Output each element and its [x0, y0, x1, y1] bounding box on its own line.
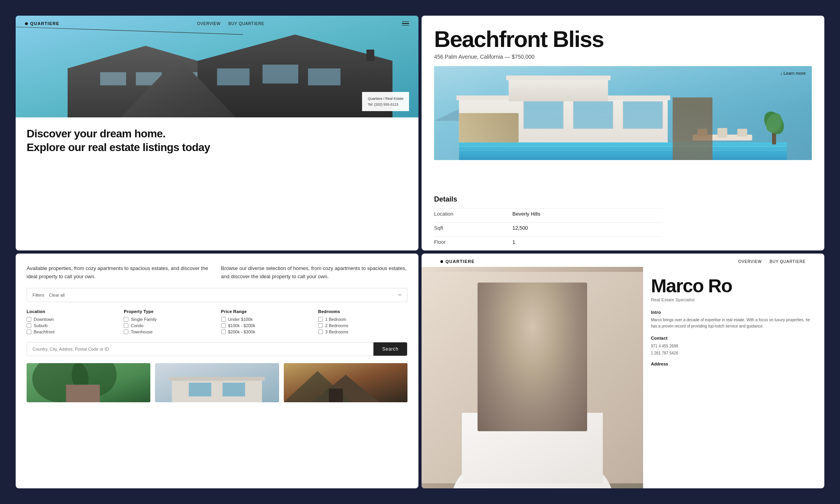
location-options: Downtown Suburb Beachfront [27, 317, 116, 334]
description-left: Available properties, from cozy apartmen… [27, 265, 213, 281]
logo4-dot [440, 260, 443, 263]
price-range-filter: Price Range Under $100k $100k - $200k $2… [221, 309, 310, 336]
search-bar: Search [27, 342, 407, 356]
details-section: Details Location Beverly Hills Sqft 12,5… [434, 189, 812, 250]
phone2: 1 281 787 5426 [651, 350, 817, 357]
villa-illustration [434, 66, 812, 160]
panel-quartiere-home: QUARTIERE OVERVIEW BUY QUARTIERE [16, 16, 418, 250]
option-under-100k[interactable]: Under $100k [221, 317, 310, 322]
address-card-line1: Quartiere / Real Estate [368, 96, 404, 101]
agent-info: Marco Ro Real Estate Specialist Intro Ma… [643, 267, 824, 488]
svg-rect-19 [524, 101, 564, 129]
thumbnail-2[interactable] [155, 363, 279, 402]
property-thumbnails [27, 363, 407, 481]
property-title: Beachfront Bliss [434, 27, 812, 51]
label-location: Location [434, 208, 512, 219]
svg-rect-25 [692, 135, 752, 140]
option-townhouse[interactable]: Townhouse [124, 329, 213, 334]
nav-links: OVERVIEW BUY QUARTIERE [197, 22, 264, 26]
bedrooms-filter: Bedrooms 1 Bedroom 2 Bedrooms 3 Bedrooms [318, 309, 407, 336]
option-beachfront[interactable]: Beachfront [27, 329, 116, 334]
panel-property-search: Available properties, from cozy apartmen… [16, 254, 418, 488]
property-image [434, 66, 812, 160]
svg-rect-11 [434, 66, 812, 160]
agent-title: Real Estate Specialist [651, 297, 817, 302]
price-range-options: Under $100k $100k - $200k $200k - $300k [221, 317, 310, 334]
svg-rect-38 [172, 379, 262, 402]
option-downtown[interactable]: Downtown [27, 317, 116, 322]
svg-rect-27 [717, 128, 727, 138]
nav-overview[interactable]: OVERVIEW [197, 22, 220, 26]
svg-rect-10 [366, 50, 374, 61]
property-type-title: Property Type [124, 309, 213, 314]
description-right: Browse our diverse selection of homes, f… [221, 265, 408, 281]
agent-photo [422, 267, 643, 488]
contact-label: Contact [651, 336, 817, 340]
svg-point-52 [490, 332, 510, 383]
svg-point-31 [764, 112, 784, 134]
filters-label[interactable]: Filters [32, 293, 44, 297]
svg-rect-22 [459, 142, 787, 160]
bedrooms-title: Bedrooms [318, 309, 407, 314]
agent-portrait [422, 267, 643, 488]
svg-rect-40 [189, 383, 212, 396]
svg-point-51 [495, 312, 570, 363]
svg-point-57 [515, 393, 545, 413]
value-location: Beverly Hills [512, 208, 662, 219]
intro-label: Intro [651, 310, 817, 315]
svg-rect-3 [100, 72, 126, 85]
thumbnail-3[interactable] [284, 363, 407, 402]
details-title: Details [434, 195, 812, 203]
hero-content: Discover your dream home. Explore our re… [16, 117, 418, 250]
agent-content: Marco Ro Real Estate Specialist Intro Ma… [422, 264, 824, 488]
option-single-family[interactable]: Single Family [124, 317, 213, 322]
search-button[interactable]: Search [373, 342, 407, 356]
option-100k-200k[interactable]: $100k - $200k [221, 323, 310, 328]
option-1-bedroom[interactable]: 1 Bedroom [318, 317, 407, 322]
svg-rect-18 [459, 113, 518, 160]
label-sqft: Sqft [434, 222, 512, 233]
property-type-filter: Property Type Single Family Condo Townho… [124, 309, 213, 336]
address-card: Quartiere / Real Estate Tel: (202) 555-0… [362, 92, 409, 111]
option-3-bedrooms[interactable]: 3 Bedrooms [318, 329, 407, 334]
svg-rect-54 [495, 337, 570, 357]
thumbnail-1[interactable] [27, 363, 150, 402]
svg-rect-45 [329, 389, 343, 402]
filters-bar[interactable]: Filters Clear all − [27, 288, 407, 302]
svg-rect-16 [508, 78, 608, 101]
svg-rect-32 [672, 97, 712, 160]
option-condo[interactable]: Condo [124, 323, 213, 328]
phone1: 971 4 455 2698 [651, 343, 817, 350]
svg-rect-36 [66, 385, 100, 402]
filter-categories: Location Downtown Suburb Beachfront Prop… [27, 309, 407, 336]
address-label: Address [651, 362, 817, 366]
hero-line2: Explore our real estate listings today [27, 141, 210, 153]
svg-rect-41 [223, 383, 245, 396]
nav4-overview[interactable]: OVERVIEW [738, 259, 762, 264]
nav4-links: OVERVIEW BUY QUARTIERE [738, 259, 806, 264]
bedrooms-options: 1 Bedroom 2 Bedrooms 3 Bedrooms [318, 317, 407, 334]
svg-point-56 [541, 369, 550, 376]
svg-point-50 [495, 327, 570, 418]
clear-all-link[interactable]: Clear all [49, 293, 65, 297]
learn-more-button[interactable]: ↓ Learn more [780, 71, 806, 76]
location-title: Location [27, 309, 116, 314]
property-type-options: Single Family Condo Townhouse [124, 317, 213, 334]
agent-name: Marco Ro [651, 276, 817, 296]
nav-buy[interactable]: BUY QUARTIERE [229, 22, 265, 26]
svg-point-53 [555, 332, 575, 383]
collapse-icon[interactable]: − [398, 292, 402, 299]
details-grid: Location Beverly Hills Sqft 12,500 Floor… [434, 208, 812, 247]
svg-rect-28 [737, 129, 747, 137]
hamburger-menu[interactable] [402, 22, 409, 26]
option-200k-300k[interactable]: $200k - $300k [221, 329, 310, 334]
nav4-buy[interactable]: BUY QUARTIERE [770, 259, 806, 264]
search-input[interactable] [27, 343, 373, 355]
panel-property-detail: Beachfront Bliss 456 Palm Avenue, Califo… [422, 16, 824, 250]
panel-agent-profile: QUARTIERE OVERVIEW BUY QUARTIERE [422, 254, 824, 488]
filters-left: Filters Clear all [32, 293, 65, 297]
option-suburb[interactable]: Suburb [27, 323, 116, 328]
option-2-bedrooms[interactable]: 2 Bedrooms [318, 323, 407, 328]
svg-rect-29 [772, 125, 776, 144]
value-sqft: 12,500 [512, 222, 662, 233]
